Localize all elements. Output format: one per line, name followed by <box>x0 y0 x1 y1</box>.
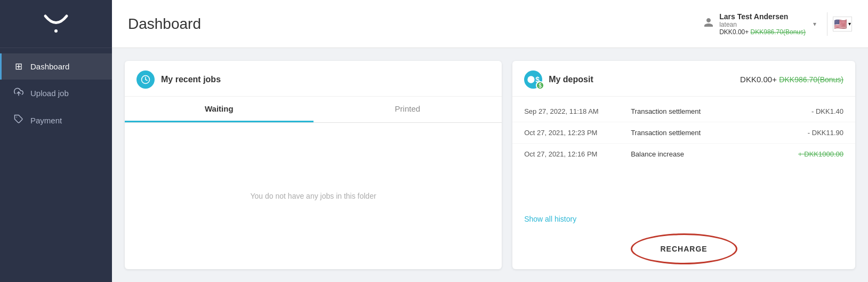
deposit-title: My deposit <box>549 75 593 84</box>
svg-point-0 <box>54 29 58 33</box>
sidebar-item-payment[interactable]: Payment <box>0 107 112 134</box>
transaction-row: Oct 27, 2021, 12:16 PM Balance increase … <box>512 144 855 164</box>
page-title: Dashboard <box>128 15 703 33</box>
jobs-tabs: Waiting Printed <box>125 97 502 123</box>
sidebar-item-upload-job[interactable]: Upload job <box>0 80 112 107</box>
transaction-list: Sep 27, 2022, 11:18 AM Transaction settl… <box>512 97 855 210</box>
deposit-balance-bonus: DKK986.70(Bonus) <box>779 75 843 84</box>
transaction-desc-3: Balance increase <box>631 150 779 158</box>
transaction-desc-2: Transaction settlement <box>631 129 779 137</box>
recent-jobs-icon <box>136 70 155 89</box>
user-info: Lars Test Andersen latean DKK0.00+ DKK98… <box>719 12 806 36</box>
deposit-card: $ $ My deposit DKK0.00+ DKK986.70(Bonus)… <box>512 61 855 269</box>
logo-icon <box>40 11 72 37</box>
transaction-date-1: Sep 27, 2022, 11:18 AM <box>524 107 631 115</box>
main-area: Dashboard Lars Test Andersen latean DKK0… <box>112 0 868 282</box>
transaction-row: Oct 27, 2021, 12:23 PM Transaction settl… <box>512 122 855 144</box>
logo <box>0 0 112 48</box>
sidebar-item-label: Upload job <box>30 89 69 98</box>
transaction-amount-1: - DKK1.40 <box>779 107 843 115</box>
show-history-link[interactable]: Show all history <box>512 210 855 230</box>
sidebar-item-dashboard[interactable]: ⊞ Dashboard <box>0 53 112 80</box>
transaction-desc-1: Transaction settlement <box>631 107 779 115</box>
sidebar-nav: ⊞ Dashboard Upload job Payment <box>0 48 112 139</box>
sidebar-item-label: Payment <box>30 116 62 125</box>
content-area: My recent jobs Waiting Printed You do no… <box>112 48 868 282</box>
user-section: Lars Test Andersen latean DKK0.00+ DKK98… <box>703 12 827 36</box>
transaction-date-2: Oct 27, 2021, 12:23 PM <box>524 129 631 137</box>
user-handle: latean <box>719 21 806 28</box>
recent-jobs-card: My recent jobs Waiting Printed You do no… <box>125 61 502 269</box>
user-balance-bonus: DKK986.70(Bonus) <box>751 28 806 36</box>
deposit-badge-icon: $ <box>536 81 544 90</box>
recent-jobs-title: My recent jobs <box>161 75 221 84</box>
tab-printed[interactable]: Printed <box>314 97 502 122</box>
deposit-balance: DKK0.00+ DKK986.70(Bonus) <box>740 75 843 84</box>
transaction-amount-2: - DKK11.90 <box>779 129 843 137</box>
deposit-header-left: $ $ My deposit <box>524 70 593 89</box>
deposit-balance-amount: DKK0.00+ <box>740 75 777 84</box>
transaction-amount-3: + DKK1000.00 <box>779 150 843 158</box>
deposit-header: $ $ My deposit DKK0.00+ DKK986.70(Bonus) <box>512 61 855 97</box>
user-avatar-icon <box>703 17 714 30</box>
language-selector[interactable]: 🇺🇸 ▾ <box>833 17 852 32</box>
sidebar-item-label: Dashboard <box>30 62 69 71</box>
recharge-section: RECHARGE <box>512 230 855 269</box>
svg-point-4 <box>528 76 535 83</box>
recharge-button[interactable]: RECHARGE <box>634 237 734 261</box>
transaction-date-3: Oct 27, 2021, 12:16 PM <box>524 150 631 158</box>
jobs-empty-state: You do not have any jobs in this folder <box>125 123 502 269</box>
deposit-icon: $ $ <box>524 70 542 89</box>
user-balance: DKK0.00+ DKK986.70(Bonus) <box>719 28 806 36</box>
dashboard-icon: ⊞ <box>13 61 24 72</box>
recent-jobs-header: My recent jobs <box>125 61 502 97</box>
payment-icon <box>13 114 24 127</box>
upload-icon <box>13 87 24 99</box>
user-name: Lars Test Andersen <box>719 12 806 21</box>
tab-waiting[interactable]: Waiting <box>125 97 314 122</box>
header: Dashboard Lars Test Andersen latean DKK0… <box>112 0 868 48</box>
transaction-row: Sep 27, 2022, 11:18 AM Transaction settl… <box>512 101 855 122</box>
sidebar: ⊞ Dashboard Upload job Payment <box>0 0 112 282</box>
chevron-down-icon[interactable]: ▾ <box>813 20 816 28</box>
recharge-btn-wrapper: RECHARGE <box>634 237 734 261</box>
